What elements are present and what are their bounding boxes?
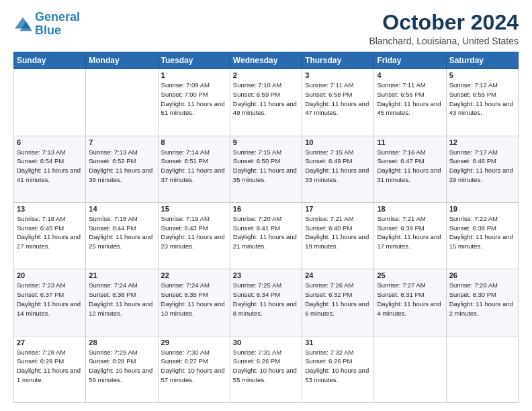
sunset-text: Sunset: 6:35 PM (161, 291, 208, 298)
day-number: 14 (89, 205, 154, 213)
month-title: October 2024 (369, 11, 519, 34)
day-info: Sunrise: 7:31 AMSunset: 6:26 PMDaylight:… (233, 348, 299, 385)
daylight-text: Daylight: 10 hours and 53 minutes. (305, 367, 369, 383)
calendar-cell: 11Sunrise: 7:16 AMSunset: 6:47 PMDayligh… (374, 136, 446, 202)
day-info: Sunrise: 7:18 AMSunset: 6:44 PMDaylight:… (89, 214, 154, 251)
calendar-cell: 6Sunrise: 7:13 AMSunset: 6:54 PMDaylight… (14, 136, 86, 202)
daylight-text: Daylight: 11 hours and 43 minutes. (449, 100, 513, 117)
daylight-text: Daylight: 11 hours and 31 minutes. (377, 167, 441, 183)
sunrise-text: Sunrise: 7:26 AM (305, 281, 353, 289)
daylight-text: Daylight: 11 hours and 4 minutes. (377, 300, 441, 317)
day-info: Sunrise: 7:09 AMSunset: 7:00 PMDaylight:… (161, 81, 227, 118)
daylight-text: Daylight: 10 hours and 55 minutes. (233, 367, 297, 383)
day-number: 8 (161, 138, 227, 146)
day-info: Sunrise: 7:11 AMSunset: 6:58 PMDaylight:… (305, 81, 371, 118)
day-info: Sunrise: 7:28 AMSunset: 6:29 PMDaylight:… (17, 348, 83, 385)
calendar-cell: 24Sunrise: 7:26 AMSunset: 6:32 PMDayligh… (302, 269, 374, 336)
sunrise-text: Sunrise: 7:10 AM (233, 81, 281, 89)
weekday-header-row: SundayMondayTuesdayWednesdayThursdayFrid… (14, 52, 519, 69)
day-number: 11 (377, 138, 443, 146)
sunset-text: Sunset: 6:27 PM (161, 357, 208, 365)
sunset-text: Sunset: 6:59 PM (233, 91, 280, 98)
calendar-cell: 8Sunrise: 7:14 AMSunset: 6:51 PMDaylight… (158, 136, 230, 202)
sunset-text: Sunset: 6:45 PM (17, 224, 64, 232)
day-info: Sunrise: 7:19 AMSunset: 6:43 PMDaylight:… (161, 214, 227, 251)
daylight-text: Daylight: 11 hours and 45 minutes. (377, 100, 441, 117)
sunrise-text: Sunrise: 7:18 AM (17, 215, 65, 222)
day-number: 18 (377, 205, 443, 213)
title-block: October 2024 Blanchard, Louisiana, Unite… (369, 11, 519, 46)
day-number: 6 (17, 138, 83, 146)
calendar-cell: 22Sunrise: 7:24 AMSunset: 6:35 PMDayligh… (158, 269, 230, 336)
day-number: 27 (17, 338, 83, 347)
calendar-cell: 12Sunrise: 7:17 AMSunset: 6:46 PMDayligh… (446, 136, 518, 202)
sunset-text: Sunset: 6:32 PM (305, 291, 352, 298)
day-number: 5 (449, 71, 515, 79)
sunrise-text: Sunrise: 7:28 AM (449, 281, 498, 289)
daylight-text: Daylight: 11 hours and 41 minutes. (17, 167, 81, 183)
day-info: Sunrise: 7:13 AMSunset: 6:54 PMDaylight:… (17, 148, 83, 185)
weekday-header-tuesday: Tuesday (158, 52, 230, 69)
day-info: Sunrise: 7:10 AMSunset: 6:59 PMDaylight:… (233, 81, 299, 118)
day-number: 2 (233, 71, 299, 79)
day-info: Sunrise: 7:24 AMSunset: 6:36 PMDaylight:… (89, 281, 154, 318)
calendar-cell: 13Sunrise: 7:18 AMSunset: 6:45 PMDayligh… (14, 202, 86, 269)
sunrise-text: Sunrise: 7:22 AM (449, 215, 498, 222)
calendar-cell: 27Sunrise: 7:28 AMSunset: 6:29 PMDayligh… (14, 336, 86, 402)
daylight-text: Daylight: 10 hours and 57 minutes. (161, 367, 225, 383)
calendar-cell: 5Sunrise: 7:12 AMSunset: 6:55 PMDaylight… (446, 69, 518, 136)
daylight-text: Daylight: 11 hours and 2 minutes. (449, 300, 513, 317)
day-info: Sunrise: 7:25 AMSunset: 6:34 PMDaylight:… (233, 281, 299, 318)
weekday-header-saturday: Saturday (446, 52, 518, 69)
weekday-header-sunday: Sunday (14, 52, 86, 69)
day-info: Sunrise: 7:16 AMSunset: 6:47 PMDaylight:… (377, 148, 443, 185)
day-number: 22 (161, 271, 227, 279)
sunrise-text: Sunrise: 7:28 AM (17, 349, 65, 356)
calendar-cell: 7Sunrise: 7:13 AMSunset: 6:52 PMDaylight… (86, 136, 158, 202)
sunset-text: Sunset: 6:29 PM (17, 357, 64, 365)
sunset-text: Sunset: 6:43 PM (161, 224, 208, 232)
daylight-text: Daylight: 11 hours and 49 minutes. (233, 100, 297, 117)
sunset-text: Sunset: 6:46 PM (449, 157, 496, 165)
day-info: Sunrise: 7:22 AMSunset: 6:38 PMDaylight:… (449, 214, 515, 251)
daylight-text: Daylight: 11 hours and 27 minutes. (17, 233, 81, 250)
day-info: Sunrise: 7:28 AMSunset: 6:30 PMDaylight:… (449, 281, 515, 318)
sunrise-text: Sunrise: 7:23 AM (17, 281, 65, 289)
week-row-1: 6Sunrise: 7:13 AMSunset: 6:54 PMDaylight… (14, 136, 519, 202)
weekday-header-wednesday: Wednesday (230, 52, 302, 69)
sunset-text: Sunset: 6:56 PM (377, 91, 424, 98)
sunset-text: Sunset: 6:49 PM (305, 157, 352, 165)
sunset-text: Sunset: 6:47 PM (377, 157, 424, 165)
daylight-text: Daylight: 11 hours and 37 minutes. (161, 167, 225, 183)
weekday-header-friday: Friday (374, 52, 446, 69)
day-info: Sunrise: 7:15 AMSunset: 6:49 PMDaylight:… (305, 148, 371, 185)
daylight-text: Daylight: 11 hours and 51 minutes. (161, 100, 225, 117)
calendar-cell: 16Sunrise: 7:20 AMSunset: 6:41 PMDayligh… (230, 202, 302, 269)
daylight-text: Daylight: 11 hours and 15 minutes. (449, 233, 513, 250)
sunset-text: Sunset: 7:00 PM (161, 91, 208, 98)
day-info: Sunrise: 7:24 AMSunset: 6:35 PMDaylight:… (161, 281, 227, 318)
sunrise-text: Sunrise: 7:11 AM (377, 81, 425, 89)
sunset-text: Sunset: 6:26 PM (233, 357, 280, 365)
sunrise-text: Sunrise: 7:32 AM (305, 349, 353, 356)
day-info: Sunrise: 7:21 AMSunset: 6:40 PMDaylight:… (305, 214, 371, 251)
calendar-cell (86, 69, 158, 136)
daylight-text: Daylight: 11 hours and 21 minutes. (233, 233, 297, 250)
week-row-3: 20Sunrise: 7:23 AMSunset: 6:37 PMDayligh… (14, 269, 519, 336)
day-info: Sunrise: 7:21 AMSunset: 6:39 PMDaylight:… (377, 214, 443, 251)
day-number: 28 (89, 338, 154, 347)
day-number: 17 (305, 205, 371, 213)
calendar-cell: 19Sunrise: 7:22 AMSunset: 6:38 PMDayligh… (446, 202, 518, 269)
day-number: 15 (161, 205, 227, 213)
sunrise-text: Sunrise: 7:17 AM (449, 148, 498, 156)
sunrise-text: Sunrise: 7:30 AM (161, 349, 210, 356)
calendar-cell: 25Sunrise: 7:27 AMSunset: 6:31 PMDayligh… (374, 269, 446, 336)
calendar-cell: 23Sunrise: 7:25 AMSunset: 6:34 PMDayligh… (230, 269, 302, 336)
sunset-text: Sunset: 6:58 PM (305, 91, 352, 98)
sunrise-text: Sunrise: 7:14 AM (161, 148, 210, 156)
sunrise-text: Sunrise: 7:20 AM (233, 215, 281, 222)
calendar-cell (14, 69, 86, 136)
day-number: 4 (377, 71, 443, 79)
day-number: 9 (233, 138, 299, 146)
page: General Blue October 2024 Blanchard, Lou… (0, 0, 532, 411)
